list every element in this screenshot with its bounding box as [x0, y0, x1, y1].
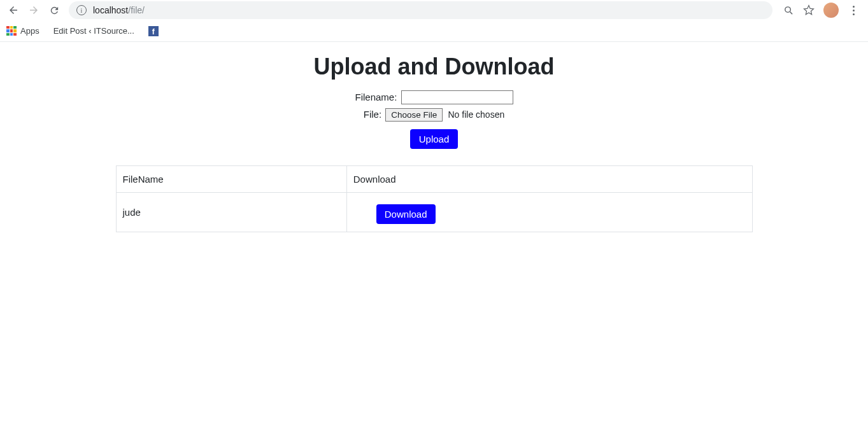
url-path: /file/: [128, 5, 145, 15]
cell-download: Download: [346, 193, 752, 232]
download-button[interactable]: Download: [376, 204, 436, 224]
files-table: FileName Download jude Download: [116, 165, 753, 232]
toolbar-right: [779, 3, 863, 18]
file-status-text: No file chosen: [448, 109, 505, 120]
file-row: File: Choose File No file chosen: [0, 108, 868, 122]
apps-icon: [6, 26, 17, 36]
page-title: Upload and Download: [0, 53, 868, 80]
bookmark-edit-post[interactable]: Edit Post ‹ ITSource...: [53, 26, 134, 36]
url-host: localhost: [93, 5, 128, 15]
apps-label: Apps: [20, 26, 39, 36]
bookmark-label: Edit Post ‹ ITSource...: [53, 26, 134, 36]
files-table-wrap: FileName Download jude Download: [116, 165, 753, 232]
table-header-row: FileName Download: [116, 166, 752, 193]
zoom-icon[interactable]: [783, 4, 794, 16]
browser-toolbar: i localhost/file/: [0, 0, 868, 20]
filename-input[interactable]: [401, 90, 513, 104]
address-bar[interactable]: i localhost/file/: [69, 1, 772, 19]
bookmark-facebook[interactable]: f: [148, 26, 159, 36]
forward-button[interactable]: [25, 2, 42, 18]
col-filename: FileName: [116, 166, 346, 193]
cell-filename: jude: [116, 193, 346, 232]
reload-button[interactable]: [46, 2, 62, 18]
bookmarks-bar: Apps Edit Post ‹ ITSource... f: [0, 20, 868, 42]
upload-form: Filename: File: Choose File No file chos…: [0, 90, 868, 149]
svg-point-0: [785, 6, 790, 11]
site-info-icon[interactable]: i: [76, 5, 87, 15]
choose-file-button[interactable]: Choose File: [385, 108, 443, 122]
facebook-icon: f: [148, 26, 159, 36]
profile-avatar[interactable]: [823, 3, 839, 18]
svg-line-1: [790, 11, 792, 14]
col-download: Download: [346, 166, 752, 193]
filename-row: Filename:: [0, 90, 868, 104]
filename-label: Filename:: [355, 92, 397, 102]
back-button[interactable]: [5, 2, 22, 18]
upload-row: Upload: [0, 125, 868, 149]
upload-button[interactable]: Upload: [410, 129, 459, 149]
bookmark-star-icon[interactable]: [803, 4, 815, 16]
browser-menu-icon[interactable]: [848, 4, 859, 16]
table-row: jude Download: [116, 193, 752, 232]
file-label: File:: [364, 109, 381, 120]
page-content: Upload and Download Filename: File: Choo…: [0, 42, 868, 232]
apps-shortcut[interactable]: Apps: [6, 26, 39, 36]
